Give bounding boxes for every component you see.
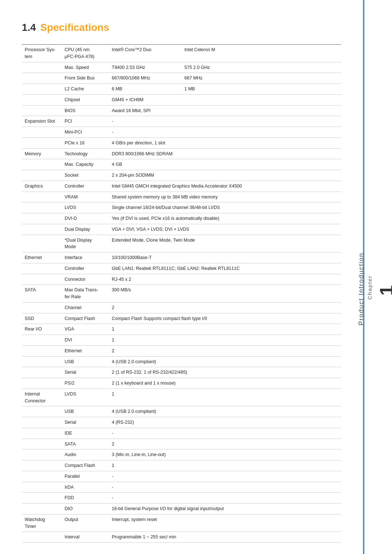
value1-cell: 16-bit General Purpose I/O for digital s… <box>109 504 341 514</box>
property-cell: Output <box>62 514 109 532</box>
property-cell: PS/2 <box>62 378 109 389</box>
category-cell: Ethernet <box>22 253 62 263</box>
property-cell: DVI-D <box>62 213 109 224</box>
table-row: EthernetInterface10/100/1000Base-T <box>22 253 341 263</box>
table-row: *Dual Display ModeExtended Mode, Clone M… <box>22 235 341 253</box>
chapter-word: Chapter <box>366 253 373 323</box>
table-row: Expansion SlotPCI- <box>22 116 341 127</box>
table-row: LVDSSingle channel 18/24-bit/Dual channe… <box>22 202 341 213</box>
value1-cell: Yes (if DVI is used, PCIe x16 is automat… <box>109 213 341 224</box>
category-cell <box>22 493 62 504</box>
table-row: Parallel- <box>22 471 341 482</box>
table-row: GraphicsControllerIntel GM45 GMCH integr… <box>22 181 341 192</box>
category-cell <box>22 450 62 460</box>
value1-cell: GbE LAN1: Realtek RTL8111C; GbE LAN2: Re… <box>109 263 341 274</box>
value1-cell: 1 <box>109 335 341 346</box>
value1-cell: 300 MB/s <box>109 285 341 303</box>
property-cell: Front Side Bus <box>62 73 109 84</box>
property-cell: PCI <box>62 116 109 127</box>
table-row: Internal ConnectorLVDS1 <box>22 389 341 406</box>
spec-table: Processor Sys- temCPU (45 nm μFC-PGA 478… <box>22 44 341 543</box>
property-cell: LVDS <box>62 389 109 406</box>
section-heading: Specifications <box>40 22 109 33</box>
category-cell: Processor Sys- tem <box>22 45 62 62</box>
category-cell <box>22 532 62 543</box>
value1-cell: - <box>109 116 341 127</box>
category-cell <box>22 170 62 181</box>
table-row: SATA2 <box>22 439 341 450</box>
category-cell: Memory <box>22 148 62 159</box>
value1-cell: RJ-45 x 2 <box>109 274 341 285</box>
value1-cell: 2 <box>109 302 341 313</box>
property-cell: BIOS <box>62 105 109 116</box>
property-cell: FDD <box>62 493 109 504</box>
category-cell: Watchdog Timer <box>22 514 62 532</box>
table-row: Mini-PCI- <box>22 127 341 138</box>
table-row: IrDA- <box>22 482 341 493</box>
value1-cell: 2 (1 x keyboard and 1 x mouse) <box>109 378 341 389</box>
property-cell: CPU (45 nm μFC-PGA 478) <box>62 45 109 62</box>
property-cell: DVI <box>62 335 109 346</box>
category-cell <box>22 428 62 439</box>
table-row: Serial2 (1 of RS-232, 1 of RS-232/422/48… <box>22 367 341 378</box>
property-cell: Dual Display <box>62 224 109 235</box>
property-cell: LVDS <box>62 202 109 213</box>
category-cell <box>22 274 62 285</box>
table-row: DVI1 <box>22 335 341 346</box>
property-cell: USB <box>62 406 109 417</box>
table-row: Socket2 x 204-pin SODIMM <box>22 170 341 181</box>
property-cell: Controller <box>62 263 109 274</box>
category-cell <box>22 406 62 417</box>
category-cell <box>22 159 62 170</box>
category-cell <box>22 471 62 482</box>
property-cell: USB <box>62 356 109 367</box>
property-cell: VRAM <box>62 192 109 202</box>
property-cell: Compact Flash <box>62 313 109 324</box>
category-cell <box>22 105 62 116</box>
value2-cell: Intel Celeron M <box>181 45 341 62</box>
table-row: Processor Sys- temCPU (45 nm μFC-PGA 478… <box>22 45 341 62</box>
table-row: Rear I/OVGA1 <box>22 324 341 335</box>
property-cell: Ethernet <box>62 345 109 356</box>
category-cell <box>22 482 62 493</box>
property-cell: Parallel <box>62 471 109 482</box>
property-cell: Max Data Trans- fer Rate <box>62 285 109 303</box>
value1-cell: Programmable 1 ~ 255 sec/ min <box>109 532 341 543</box>
value1-cell: 6 MB <box>109 84 181 95</box>
table-row: ControllerGbE LAN1: Realtek RTL8111C; Gb… <box>22 263 341 274</box>
table-row: USB4 (USB 2.0 compliant) <box>22 406 341 417</box>
property-cell: PCIe x 16 <box>62 138 109 148</box>
value1-cell: 667/800/1066 MHz <box>109 73 181 84</box>
table-row: Serial4 (RS-232) <box>22 417 341 428</box>
table-row: PCIe x 164 GB/s per direction, 1 slot <box>22 138 341 148</box>
category-cell <box>22 439 62 450</box>
value1-cell: Shared system memory up to 384 MB video … <box>109 192 341 202</box>
value1-cell: 1 <box>109 389 341 406</box>
table-row: Max. Capacity4 GB <box>22 159 341 170</box>
property-cell: IrDA <box>62 482 109 493</box>
category-cell <box>22 224 62 235</box>
value1-cell: 2 (1 of RS-232, 1 of RS-232/422/485) <box>109 367 341 378</box>
table-row: MemoryTechnologyDDR3 800/1066 MHz SDRAM <box>22 148 341 159</box>
property-cell: Audio <box>62 450 109 460</box>
category-cell <box>22 84 62 95</box>
value1-cell: Award 16 Mbit, SPI <box>109 105 341 116</box>
table-row: PS/22 (1 x keyboard and 1 x mouse) <box>22 378 341 389</box>
value1-cell: 2 <box>109 345 341 356</box>
category-cell <box>22 460 62 471</box>
value1-cell: - <box>109 493 341 504</box>
category-cell <box>22 356 62 367</box>
table-row: L2 Cache6 MB1 MB <box>22 84 341 95</box>
property-cell: VGA <box>62 324 109 335</box>
category-cell <box>22 127 62 138</box>
value1-cell: - <box>109 127 341 138</box>
category-cell <box>22 263 62 274</box>
table-row: SATAMax Data Trans- fer Rate300 MB/s <box>22 285 341 303</box>
table-row: Watchdog TimerOutputInterrupt, system re… <box>22 514 341 532</box>
category-cell: Rear I/O <box>22 324 62 335</box>
section-number: 1.4 <box>22 22 36 33</box>
value1-cell: Compact Flash Supports compact flash typ… <box>109 313 341 324</box>
property-cell: Interval <box>62 532 109 543</box>
category-cell <box>22 335 62 346</box>
value1-cell: 4 (USB 2.0 compliant) <box>109 406 341 417</box>
